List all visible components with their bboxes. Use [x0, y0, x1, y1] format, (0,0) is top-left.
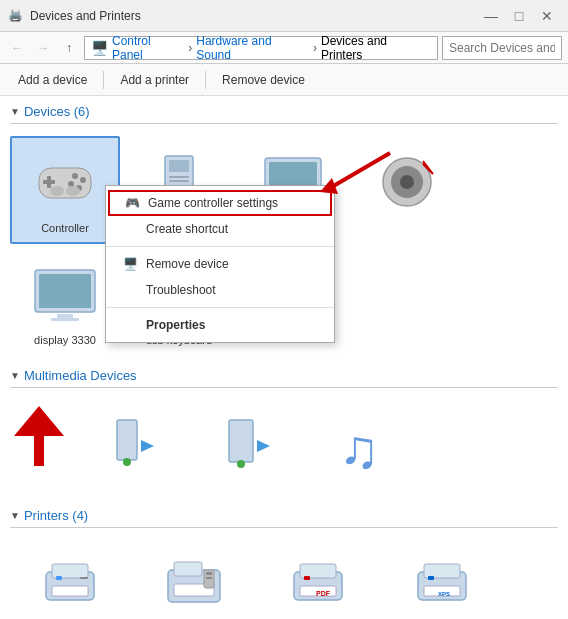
controller-icon: [29, 146, 101, 218]
shortcut-icon: [122, 221, 138, 237]
context-menu: 🎮 Game controller settings Create shortc…: [105, 185, 335, 343]
printers-chevron-icon: ▼: [10, 510, 20, 521]
path-separator-1: ›: [188, 41, 192, 55]
context-properties[interactable]: Properties: [106, 312, 334, 338]
context-properties-label: Properties: [146, 318, 205, 332]
remove-device-icon: 🖥️: [122, 256, 138, 272]
multimedia-icon-2: [213, 410, 285, 482]
context-remove-device-label: Remove device: [146, 257, 229, 271]
path-separator-2: ›: [313, 41, 317, 55]
multimedia-item-3[interactable]: ♫: [308, 400, 418, 496]
printer-anydesk[interactable]: AnyDesk Printer: [10, 540, 130, 619]
printer-pdf[interactable]: PDF Microsoft Print to PDF: [258, 540, 378, 619]
devices-section-line: [10, 123, 558, 124]
svg-text:♫: ♫: [339, 419, 380, 479]
svg-rect-23: [57, 314, 73, 318]
svg-rect-51: [174, 562, 202, 576]
address-path: 🖥️ Control Panel › Hardware and Sound › …: [84, 36, 438, 60]
context-game-controller-label: Game controller settings: [148, 196, 278, 210]
svg-rect-12: [169, 176, 189, 178]
svg-rect-48: [56, 576, 62, 580]
up-button[interactable]: ↑: [58, 37, 80, 59]
multimedia-section-header[interactable]: ▼ Multimedia Devices: [0, 360, 568, 387]
window-icon: 🖨️: [8, 8, 24, 24]
device-speaker[interactable]: [352, 136, 462, 244]
devices-section-title: Devices (6): [24, 104, 90, 119]
svg-marker-43: [257, 440, 270, 452]
anydesk-printer-icon: [38, 550, 102, 614]
toolbar: Add a device Add a printer Remove device: [0, 64, 568, 96]
svg-marker-37: [14, 406, 64, 466]
address-bar: ← → ↑ 🖥️ Control Panel › Hardware and So…: [0, 32, 568, 64]
printer-xps[interactable]: XPS Microsoft XPS Document Writer: [382, 540, 502, 619]
close-button[interactable]: ✕: [534, 3, 560, 29]
add-device-button[interactable]: Add a device: [8, 67, 97, 93]
context-game-controller-settings[interactable]: 🎮 Game controller settings: [108, 190, 332, 216]
svg-rect-57: [300, 564, 336, 578]
svg-rect-13: [169, 180, 189, 182]
svg-point-8: [66, 186, 80, 196]
svg-rect-38: [117, 420, 137, 460]
pdf-printer-icon: PDF: [286, 550, 350, 614]
context-create-shortcut[interactable]: Create shortcut: [106, 216, 334, 242]
maximize-button[interactable]: □: [506, 3, 532, 29]
svg-rect-64: [428, 576, 434, 580]
window-controls: — □ ✕: [478, 3, 560, 29]
multimedia-icon-1: [99, 410, 171, 482]
game-controller-icon: 🎮: [124, 195, 140, 211]
device-controller[interactable]: Controller: [10, 136, 120, 244]
device-display[interactable]: display 3330: [10, 248, 120, 356]
svg-text:PDF: PDF: [316, 590, 331, 597]
svg-rect-22: [39, 274, 91, 308]
properties-icon: [122, 317, 138, 333]
main-content: ▼ Devices (6) Controller: [0, 96, 568, 619]
context-separator-1: [106, 246, 334, 247]
toolbar-separator-2: [205, 71, 206, 89]
svg-marker-40: [141, 440, 154, 452]
svg-rect-54: [206, 572, 212, 575]
multimedia-grid: ♫: [0, 396, 568, 500]
svg-rect-49: [80, 577, 88, 579]
search-input[interactable]: [442, 36, 562, 60]
display-icon: [29, 258, 101, 330]
device-display-label: display 3330: [34, 334, 96, 346]
troubleshoot-icon: [122, 282, 138, 298]
context-separator-2: [106, 307, 334, 308]
svg-rect-24: [51, 318, 79, 321]
forward-button[interactable]: →: [32, 37, 54, 59]
path-hardware-sound[interactable]: Hardware and Sound: [196, 34, 309, 62]
device-controller-label: Controller: [41, 222, 89, 234]
multimedia-item-2[interactable]: [194, 400, 304, 496]
devices-chevron-icon: ▼: [10, 106, 20, 117]
multimedia-item-1[interactable]: [80, 400, 190, 496]
context-create-shortcut-label: Create shortcut: [146, 222, 228, 236]
multimedia-section-line: [10, 387, 558, 388]
minimize-button[interactable]: —: [478, 3, 504, 29]
svg-point-20: [400, 175, 414, 189]
svg-rect-62: [424, 564, 460, 578]
computer-icon: 🖥️: [91, 40, 108, 56]
svg-rect-46: [52, 564, 88, 578]
window-title: Devices and Printers: [30, 9, 141, 23]
printer-fax[interactable]: Fax: [134, 540, 254, 619]
context-troubleshoot-label: Troubleshoot: [146, 283, 216, 297]
up-arrow-annotation: [14, 406, 64, 466]
svg-point-42: [237, 460, 245, 468]
svg-point-4: [80, 177, 86, 183]
svg-rect-59: [304, 576, 310, 580]
multimedia-icon-3: ♫: [327, 410, 399, 482]
context-troubleshoot[interactable]: Troubleshoot: [106, 277, 334, 303]
printers-section-title: Printers (4): [24, 508, 88, 523]
context-remove-device[interactable]: 🖥️ Remove device: [106, 251, 334, 277]
devices-section-header[interactable]: ▼ Devices (6): [0, 96, 568, 123]
multimedia-section-title: Multimedia Devices: [24, 368, 137, 383]
remove-device-button[interactable]: Remove device: [212, 67, 315, 93]
svg-point-3: [72, 173, 78, 179]
title-bar: 🖨️ Devices and Printers — □ ✕: [0, 0, 568, 32]
add-printer-button[interactable]: Add a printer: [110, 67, 199, 93]
svg-rect-55: [206, 577, 212, 579]
back-button[interactable]: ←: [6, 37, 28, 59]
printers-section-header[interactable]: ▼ Printers (4): [0, 500, 568, 527]
path-current: Devices and Printers: [321, 34, 431, 62]
path-control-panel[interactable]: Control Panel: [112, 34, 184, 62]
